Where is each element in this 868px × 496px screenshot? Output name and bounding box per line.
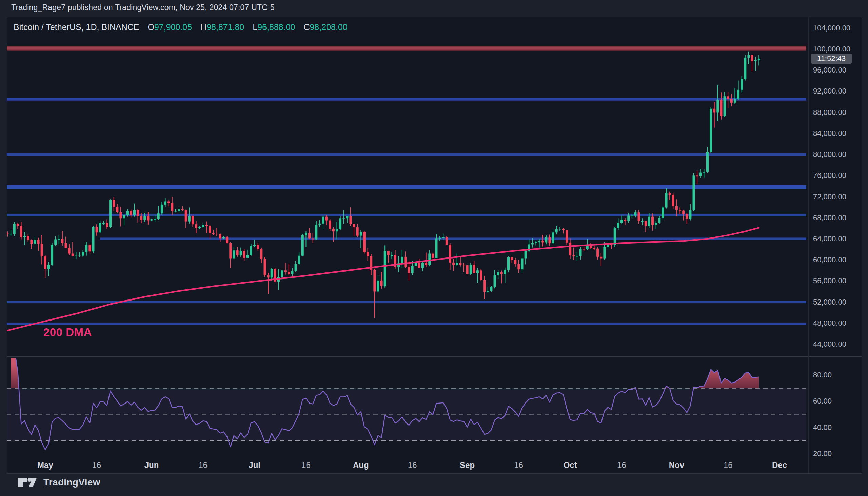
candle (572, 248, 575, 260)
candle (569, 238, 571, 259)
candle (133, 204, 136, 217)
rsi-axis-label: 20.00 (813, 449, 832, 458)
candle (326, 215, 328, 225)
candle (260, 248, 263, 263)
candle (24, 232, 26, 245)
candle (349, 207, 352, 226)
candle (246, 250, 249, 258)
candle (700, 169, 702, 178)
candle (267, 273, 270, 294)
candle (209, 225, 211, 238)
candle (171, 197, 173, 216)
candle (500, 271, 503, 283)
footer-logo-bar[interactable]: TradingView (18, 477, 100, 488)
support-line[interactable] (7, 98, 806, 100)
candle (541, 235, 544, 246)
candle (638, 210, 640, 223)
candle (229, 242, 231, 268)
candle (178, 208, 180, 212)
candle (89, 244, 91, 254)
candle (463, 263, 465, 272)
candle (336, 222, 338, 239)
candle (212, 230, 215, 235)
dma-200-path[interactable] (8, 228, 759, 330)
candle (17, 222, 19, 229)
candle (356, 224, 359, 237)
candle (706, 147, 709, 173)
candle (566, 230, 568, 245)
candle (730, 94, 733, 106)
resistance-zone[interactable] (7, 46, 806, 51)
pane-resize-divider[interactable] (7, 356, 862, 357)
candle (287, 264, 290, 275)
candle (669, 192, 671, 200)
candle (665, 188, 668, 209)
candle (216, 228, 218, 236)
candle (435, 234, 438, 258)
candle (473, 261, 475, 274)
candle (137, 210, 139, 222)
candle (308, 228, 311, 239)
price-axis-label: 68,000.00 (813, 214, 846, 222)
candle (446, 236, 448, 245)
candle (452, 259, 455, 271)
candle (109, 199, 111, 228)
candle (298, 252, 300, 265)
candle (487, 287, 489, 293)
candle (164, 198, 166, 207)
candle (744, 55, 746, 80)
candle (102, 221, 105, 225)
candle (315, 221, 317, 239)
candle (672, 193, 674, 209)
candle (693, 173, 695, 211)
candle (95, 224, 98, 235)
candle (624, 218, 626, 225)
price-axis-label: 64,000.00 (813, 234, 846, 243)
support-line[interactable] (7, 154, 806, 156)
candle (747, 52, 750, 64)
candle (257, 243, 259, 251)
candle (226, 236, 228, 243)
candle (428, 250, 431, 266)
price-axis-label: 80,000.00 (813, 150, 846, 159)
candle (295, 261, 297, 272)
candle (51, 243, 53, 266)
candle (449, 243, 451, 270)
candle (157, 206, 160, 220)
price-axis-label: 76,000.00 (813, 171, 846, 180)
candle (562, 228, 565, 234)
candle (589, 243, 592, 249)
candle (600, 253, 602, 266)
candle (181, 206, 184, 212)
candle (476, 268, 479, 282)
support-line[interactable] (7, 323, 806, 325)
candle (99, 220, 101, 233)
page: { "attribution": "Trading_Rage7 publishe… (0, 0, 868, 496)
candle (54, 236, 57, 246)
candle (301, 234, 304, 256)
price-axis-label: 92,000.00 (813, 87, 846, 95)
candle (480, 269, 482, 281)
support-line[interactable] (7, 185, 806, 189)
candle (167, 200, 170, 207)
dma-200-label[interactable]: 200 DMA (43, 326, 92, 339)
candle (342, 211, 345, 224)
candle (106, 219, 108, 229)
time-axis-month-label: Nov (669, 461, 684, 469)
chart-canvas[interactable] (0, 0, 868, 496)
time-axis-day-label: 16 (92, 461, 101, 469)
time-axis-day-label: 16 (617, 461, 626, 469)
candle (233, 247, 235, 259)
time-axis-month-label: Jun (145, 461, 159, 469)
symbol-title[interactable]: Bitcoin / TetherUS, 1D, BINANCE (14, 22, 139, 32)
candle (161, 202, 163, 215)
price-axis-label: 44,000.00 (813, 340, 846, 348)
price-axis-label: 96,000.00 (813, 66, 846, 75)
candle (47, 262, 50, 276)
time-axis-day-label: 16 (408, 461, 417, 469)
candle (27, 234, 29, 242)
time-axis-day-label: 16 (198, 461, 208, 469)
tradingview-logo-icon (18, 477, 39, 487)
candle (44, 255, 46, 278)
rsi-pane-graphics (7, 348, 806, 450)
